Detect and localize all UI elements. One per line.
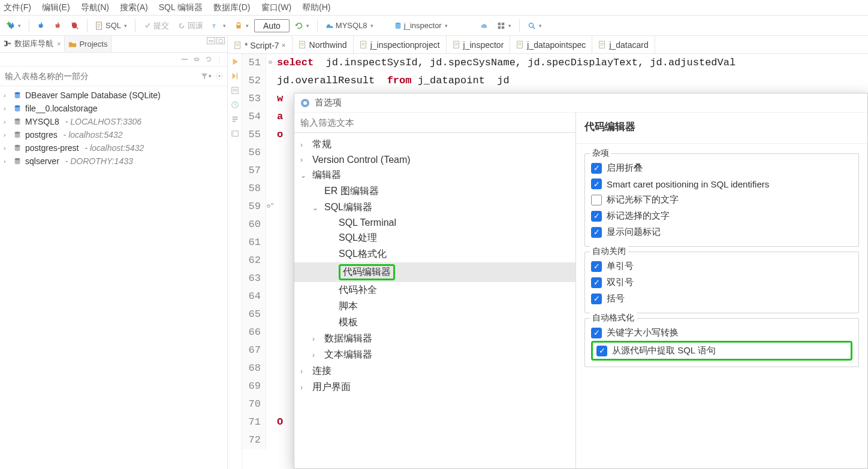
fold-marker[interactable]	[266, 90, 275, 108]
pref-tree-node[interactable]: SQL处理	[294, 230, 575, 246]
expand-icon[interactable]: ›	[4, 92, 10, 99]
pref-checkbox-row[interactable]: 启用折叠	[591, 160, 852, 176]
db-tree-node[interactable]: › DBeaver Sample Database (SQLite)	[0, 89, 227, 102]
link-icon[interactable]	[192, 55, 201, 63]
menu-edit[interactable]: 编辑(E)	[42, 2, 70, 13]
checkbox[interactable]	[591, 211, 602, 222]
fold-marker[interactable]	[266, 323, 275, 341]
auto-commit-select[interactable]: Auto	[254, 19, 290, 32]
pref-checkbox-row[interactable]: 显示问题标记	[591, 224, 852, 240]
checkbox[interactable]	[596, 346, 607, 356]
db-tree-node[interactable]: › postgres-prest - localhost:5432	[0, 141, 227, 155]
outline-icon[interactable]	[231, 115, 239, 123]
pref-tree-node[interactable]: ›数据编辑器	[294, 331, 575, 347]
checkbox[interactable]	[591, 227, 602, 238]
fold-marker[interactable]	[266, 180, 275, 198]
minimize-view-button[interactable]: ▭	[207, 37, 215, 44]
pref-tree-node[interactable]: ›Version Control (Team)	[294, 153, 575, 167]
tx-mode-button[interactable]: T ▾	[209, 20, 229, 32]
new-sql-script-button[interactable]: SQL ▾	[92, 19, 130, 32]
history-icon[interactable]	[231, 101, 239, 109]
expand-icon[interactable]: ›	[4, 105, 10, 112]
expand-icon[interactable]: ›	[4, 158, 10, 165]
pref-checkbox-row[interactable]: Smart caret positioning in SQL identifie…	[591, 176, 852, 192]
pref-tree-node[interactable]: SQL格式化	[294, 246, 575, 262]
expand-icon[interactable]: ›	[300, 156, 309, 164]
preferences-tree[interactable]: ›常规›Version Control (Team)⌄编辑器ER 图编辑器⌄SQ…	[294, 133, 575, 468]
pref-tree-node[interactable]: SQL Terminal	[294, 216, 575, 230]
menu-window[interactable]: 窗口(W)	[261, 2, 292, 13]
code-line[interactable]: 52 jd.overallResult from j_datapoint jd	[242, 72, 868, 90]
db-tree-node[interactable]: › sqlserver - DOROTHY:1433	[0, 155, 227, 168]
close-icon[interactable]: ×	[282, 41, 286, 50]
projects-tab[interactable]: Projects	[65, 36, 111, 52]
pref-checkbox-row[interactable]: 标记选择的文字	[591, 208, 852, 224]
commit-button[interactable]: 提交	[140, 19, 172, 33]
code-line[interactable]: 51 ⊖ select jd.inspectSysId, jd.specSysN…	[242, 54, 868, 72]
run-step-icon[interactable]	[231, 72, 239, 80]
navigator-tab[interactable]: 数据库导航 ×	[0, 36, 65, 52]
menu-database[interactable]: 数据库(D)	[213, 2, 250, 13]
menu-file[interactable]: 文件(F)	[4, 2, 31, 13]
fold-marker[interactable]	[266, 72, 275, 90]
chevron-down-icon[interactable]: ▾	[209, 73, 212, 79]
menu-sql-editor[interactable]: SQL 编辑器	[159, 2, 203, 13]
pref-tree-node[interactable]: 代码补全	[294, 282, 575, 298]
db-tree-node[interactable]: › postgres - localhost:5432	[0, 128, 227, 141]
menu-search[interactable]: 搜索(A)	[120, 2, 148, 13]
connection-selector[interactable]: MYSQL8 ▾	[323, 19, 388, 32]
fold-marker[interactable]	[266, 144, 275, 162]
checkbox[interactable]	[591, 293, 602, 304]
funnel-icon[interactable]	[200, 72, 209, 80]
table-filter-input[interactable]	[4, 69, 197, 83]
expand-icon[interactable]: ›	[312, 335, 321, 343]
pref-checkbox-row[interactable]: 双引号	[591, 274, 852, 291]
new-connection-button[interactable]: ▾	[4, 20, 24, 32]
fold-marker[interactable]	[266, 305, 275, 323]
expand-icon[interactable]: ›	[312, 351, 321, 359]
lock-button[interactable]: ▾	[231, 20, 252, 32]
expand-icon[interactable]: ›	[4, 131, 10, 138]
fold-marker[interactable]	[266, 413, 275, 431]
fold-marker[interactable]	[266, 126, 275, 144]
expand-icon[interactable]: ›	[4, 118, 10, 125]
schema-selector[interactable]: j_inspector ▾	[391, 19, 475, 32]
pref-tree-node[interactable]: 代码编辑器	[294, 262, 575, 282]
disconnect-all-button[interactable]	[68, 20, 82, 32]
cloud-button[interactable]	[477, 20, 492, 32]
fold-marker[interactable]	[266, 162, 275, 180]
menu-navigate[interactable]: 导航(N)	[81, 2, 109, 13]
search-button[interactable]: ▾	[525, 20, 545, 32]
close-icon[interactable]: ×	[57, 40, 61, 47]
fold-marker[interactable]: ⊖	[266, 54, 275, 72]
dashboard-button[interactable]: ▾	[494, 20, 514, 32]
pref-tree-node[interactable]: ER 图编辑器	[294, 183, 575, 199]
pref-tree-node[interactable]: ⌄编辑器	[294, 167, 575, 183]
fold-marker[interactable]	[266, 288, 275, 305]
refresh-small-icon[interactable]	[204, 55, 213, 63]
fold-marker[interactable]	[266, 359, 275, 377]
expand-icon[interactable]: ⌄	[312, 204, 321, 212]
database-tree[interactable]: › DBeaver Sample Database (SQLite) › fil…	[0, 86, 227, 170]
connect-button[interactable]	[34, 20, 49, 32]
preferences-filter-input[interactable]	[294, 113, 575, 133]
fold-marker[interactable]: ⊖"	[266, 198, 275, 216]
pref-tree-node[interactable]: ›用户界面	[294, 379, 575, 395]
fold-marker[interactable]	[266, 341, 275, 359]
editor-tab[interactable]: Northwind	[293, 36, 354, 53]
db-tree-node[interactable]: › MYSQL8 - LOCALHOST:3306	[0, 115, 227, 128]
pref-tree-node[interactable]: ›连接	[294, 363, 575, 379]
fold-marker[interactable]	[266, 377, 275, 395]
pref-tree-node[interactable]: 模板	[294, 314, 575, 331]
fold-marker[interactable]	[266, 108, 275, 126]
pref-tree-node[interactable]: ›常规	[294, 137, 575, 153]
editor-tab[interactable]: j_inspector	[447, 36, 511, 53]
settings-icon[interactable]	[215, 72, 224, 80]
disconnect-button[interactable]	[51, 20, 65, 32]
pref-checkbox-row[interactable]: 单引号	[591, 258, 852, 274]
rollback-button[interactable]: 回滚	[174, 19, 206, 33]
collapse-icon[interactable]	[180, 55, 189, 63]
expand-icon[interactable]: ›	[300, 141, 309, 149]
maximize-view-button[interactable]: ▢	[216, 37, 225, 44]
pref-tree-node[interactable]: 脚本	[294, 298, 575, 314]
